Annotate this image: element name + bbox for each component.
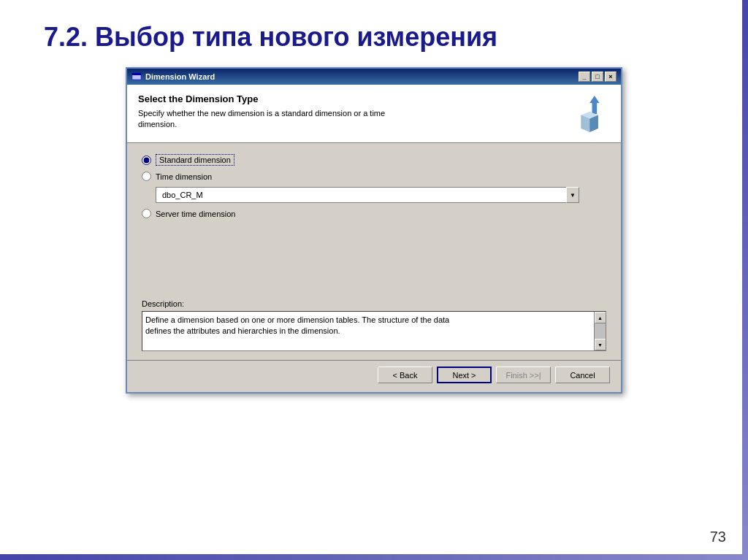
wizard-content: Standard dimension Time dimension dbo_CR… — [127, 143, 621, 294]
time-dimension-dropdown-wrapper: dbo_CR_M ▼ — [156, 187, 579, 203]
wizard-header: Select the Dimension Type Specify whethe… — [127, 85, 621, 143]
dimension-wizard-dialog: Dimension Wizard _ □ × Select the Dimens… — [126, 67, 622, 394]
bottom-decoration-bar — [0, 554, 748, 560]
back-button[interactable]: < Back — [378, 367, 432, 383]
scroll-track — [595, 323, 606, 339]
standard-dimension-label: Standard dimension — [156, 154, 234, 166]
time-dimension-option: Time dimension — [142, 172, 606, 181]
description-text: Define a dimension based on one or more … — [145, 315, 449, 337]
finish-button[interactable]: Finish >>| — [496, 367, 551, 383]
maximize-button[interactable]: □ — [592, 72, 603, 82]
right-decoration-bar — [742, 0, 748, 560]
scroll-down-button[interactable]: ▼ — [595, 339, 606, 350]
wizard-header-icon — [570, 93, 610, 134]
standard-dimension-option: Standard dimension — [142, 154, 606, 166]
time-dimension-radio[interactable] — [142, 172, 151, 181]
server-time-dimension-option: Server time dimension — [142, 209, 606, 218]
dialog-title: Dimension Wizard — [131, 71, 215, 83]
wizard-header-title: Select the Dimension Type — [138, 93, 570, 104]
page-title: 7.2. Выбор типа нового измерения — [0, 0, 748, 67]
dialog-titlebar: Dimension Wizard _ □ × — [127, 69, 621, 85]
description-box: Define a dimension based on one or more … — [142, 311, 606, 351]
empty-space — [142, 224, 606, 283]
dialog-button-row: < Back Next > Finish >>| Cancel — [127, 360, 621, 392]
cancel-button[interactable]: Cancel — [555, 367, 610, 383]
description-scrollbar[interactable]: ▲ ▼ — [594, 312, 606, 350]
slide-content: Dimension Wizard _ □ × Select the Dimens… — [0, 67, 748, 394]
description-section: Description: Define a dimension based on… — [127, 294, 621, 360]
server-time-dimension-label: Server time dimension — [156, 210, 235, 218]
server-time-dimension-radio[interactable] — [142, 209, 151, 218]
description-label: Description: — [142, 299, 606, 308]
svg-marker-2 — [589, 96, 599, 114]
scroll-up-button[interactable]: ▲ — [595, 312, 606, 323]
minimize-button[interactable]: _ — [579, 72, 590, 82]
wizard-header-text: Select the Dimension Type Specify whethe… — [138, 93, 570, 131]
wizard-header-subtitle: Specify whether the new dimension is a s… — [138, 108, 570, 131]
standard-dimension-radio[interactable] — [142, 156, 151, 165]
svg-rect-1 — [132, 73, 141, 75]
close-button[interactable]: × — [605, 72, 617, 82]
time-dimension-dropdown-row: dbo_CR_M ▼ — [156, 187, 606, 203]
dialog-title-icon — [131, 71, 142, 83]
page-background: 7.2. Выбор типа нового измерения Dimensi… — [0, 0, 748, 560]
time-dimension-dropdown[interactable]: dbo_CR_M — [156, 187, 579, 203]
dialog-window-controls: _ □ × — [579, 72, 617, 82]
cube-svg-icon — [572, 96, 608, 132]
time-dimension-label: Time dimension — [156, 172, 212, 181]
next-button[interactable]: Next > — [437, 367, 492, 383]
page-number: 73 — [710, 529, 726, 545]
